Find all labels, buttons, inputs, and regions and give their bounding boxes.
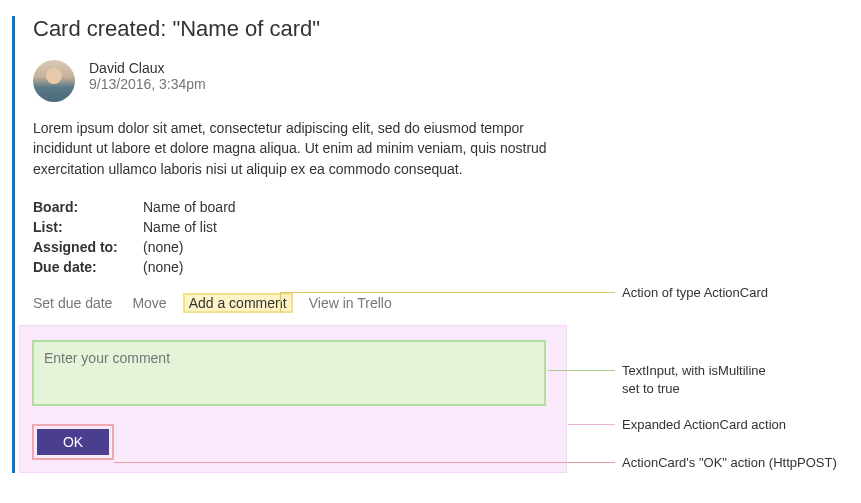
facts-table: Board: Name of board List: Name of list …: [33, 197, 569, 277]
table-row: Assigned to: (none): [33, 237, 569, 257]
annotation-textinput-1: TextInput, with isMultiline: [622, 363, 766, 378]
fact-value: Name of board: [143, 199, 236, 215]
message-card: Card created: "Name of card" David Claux…: [12, 16, 569, 473]
table-row: Board: Name of board: [33, 197, 569, 217]
card-body: Lorem ipsum dolor sit amet, consectetur …: [33, 118, 553, 179]
fact-value: (none): [143, 259, 183, 275]
annotation-action-type: Action of type ActionCard: [622, 285, 768, 300]
callout-line: [114, 462, 615, 463]
action-view-in-trello[interactable]: View in Trello: [309, 295, 392, 311]
action-bar: Set due date Move Add a comment View in …: [33, 295, 569, 311]
action-add-comment[interactable]: Add a comment: [183, 293, 293, 313]
callout-line: [280, 292, 615, 293]
author-meta: David Claux 9/13/2016, 3:34pm: [89, 60, 206, 92]
fact-label: List:: [33, 219, 143, 235]
fact-value: (none): [143, 239, 183, 255]
annotation-ok-action: ActionCard's "OK" action (HttpPOST): [622, 455, 837, 470]
card-title: Card created: "Name of card": [33, 16, 569, 42]
avatar: [33, 60, 75, 102]
table-row: List: Name of list: [33, 217, 569, 237]
action-move[interactable]: Move: [132, 295, 166, 311]
ok-button[interactable]: OK: [37, 429, 109, 455]
annotation-textinput-2: set to true: [622, 381, 680, 396]
action-set-due-date[interactable]: Set due date: [33, 295, 112, 311]
table-row: Due date: (none): [33, 257, 569, 277]
fact-label: Board:: [33, 199, 143, 215]
ok-button-highlight: OK: [32, 424, 114, 460]
expanded-actioncard: OK: [19, 325, 567, 473]
annotation-expanded: Expanded ActionCard action: [622, 417, 786, 432]
author-row: David Claux 9/13/2016, 3:34pm: [33, 60, 569, 102]
fact-value: Name of list: [143, 219, 217, 235]
comment-input[interactable]: [32, 340, 546, 406]
callout-line: [548, 370, 615, 371]
author-timestamp: 9/13/2016, 3:34pm: [89, 76, 206, 92]
fact-label: Due date:: [33, 259, 143, 275]
callout-line: [568, 424, 615, 425]
author-name: David Claux: [89, 60, 206, 76]
callout-line: [280, 292, 281, 313]
fact-label: Assigned to:: [33, 239, 143, 255]
